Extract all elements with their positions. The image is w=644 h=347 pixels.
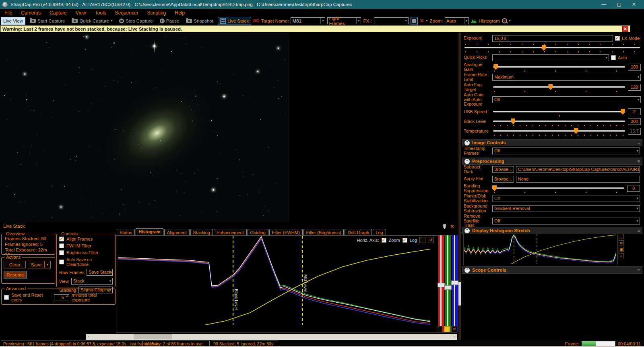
collapse-chevron-icon[interactable]: ⌃ [464, 228, 470, 233]
save-stretch-button[interactable]: ▣ [619, 247, 624, 252]
tab-drift-graph[interactable]: Drift Graph [345, 229, 372, 236]
slider-thumb[interactable] [493, 64, 498, 70]
collapse-chevron-icon[interactable]: ⌃ [464, 159, 470, 164]
tab-stacking[interactable]: Stacking [190, 229, 213, 236]
pause-button[interactable]: Pause [157, 17, 182, 25]
slider-thumb[interactable] [511, 118, 515, 125]
section-menu-icon[interactable]: ≡ [638, 268, 640, 272]
pin-icon[interactable] [442, 224, 446, 229]
magnifier-icon[interactable] [502, 18, 507, 23]
maximize-button[interactable]: ▢ [617, 2, 621, 7]
frame-rate-limit-dropdown[interactable]: Maximum [492, 74, 641, 81]
minimize-button[interactable]: — [602, 2, 607, 7]
tab-status[interactable]: Status [117, 229, 135, 236]
slider-thumb[interactable] [548, 84, 553, 90]
display-histogram-stretch-header[interactable]: ⌃ Display Histogram Stretch ≡ [462, 227, 642, 234]
clear-button[interactable]: Clear [4, 261, 26, 268]
scroll-right-arrow[interactable]: › [451, 334, 457, 340]
scrollbar-thumb[interactable] [134, 334, 172, 339]
save-options-chevron[interactable]: ▾ [44, 261, 51, 268]
tab-alignment[interactable]: Alignment [164, 229, 190, 236]
auto-exp-target-value[interactable]: 120 [628, 84, 641, 91]
auto-exposure-checkbox[interactable] [611, 55, 616, 60]
tab-filter-brightness[interactable]: Filter (Brightness) [303, 229, 344, 236]
menu-help[interactable]: Help [170, 10, 189, 16]
apply-stretch-button[interactable] [444, 326, 450, 332]
menu-file[interactable]: File [0, 10, 17, 16]
quick-capture-button[interactable]: Quick Capture▾ [69, 17, 115, 25]
zoom-combo[interactable]: Auto▾ [445, 17, 469, 24]
snapshot-button[interactable]: Snapshot [184, 17, 216, 25]
collapse-chevron-icon[interactable]: ⌃ [464, 268, 470, 273]
save-reset-checkbox[interactable] [4, 295, 9, 300]
preprocessing-header[interactable]: ⌃ Preprocessing ≡ [462, 158, 642, 165]
exposure-field[interactable]: 15,0 s [492, 35, 613, 42]
scrollbar-thumb[interactable] [458, 282, 461, 305]
tab-enhancement[interactable]: Enhancement [214, 229, 247, 236]
right-panel-scrollbar[interactable] [458, 34, 461, 340]
section-menu-icon[interactable]: ≡ [638, 159, 640, 164]
auto-exp-target-slider[interactable] [492, 83, 626, 92]
black-level-value[interactable]: 300 [628, 118, 641, 125]
subtract-dark-path[interactable]: C:\Users\Jerome\Desktop\SharpCap Capture… [516, 166, 640, 173]
panel-close-icon[interactable]: ✕ [450, 224, 454, 229]
view-dropdown[interactable]: Stack [71, 278, 113, 285]
menu-tools[interactable]: Tools [91, 10, 111, 16]
tab-guiding[interactable]: Guiding [248, 229, 268, 236]
blue-level-slider[interactable] [452, 235, 458, 332]
fx-combo[interactable]: ▾ [374, 17, 409, 24]
frame-type-combo[interactable]: Light Frames▾ [327, 17, 361, 24]
apply-flat-path[interactable]: None [516, 176, 640, 183]
slider-thumb[interactable] [542, 45, 546, 51]
save-reset-minutes-stepper[interactable]: 5 [54, 294, 69, 301]
analogue-gain-slider[interactable] [492, 63, 626, 72]
resume-button[interactable]: Resume [4, 271, 27, 278]
live-view-button[interactable]: Live View [1, 17, 25, 25]
slider-thumb[interactable] [492, 185, 497, 191]
banding-suppression-slider[interactable] [492, 184, 625, 193]
collapse-chevron-icon[interactable]: ⌃ [464, 140, 470, 145]
subtract-dark-browse-button[interactable]: Browse... [492, 166, 514, 173]
target-name-combo[interactable]: M81▾ [291, 17, 325, 24]
auto-save-checkbox[interactable] [59, 260, 64, 264]
stop-capture-button[interactable]: Stop Capture [117, 17, 155, 25]
usb-speed-slider[interactable] [492, 108, 626, 116]
tab-filter-fwhm[interactable]: Filter (FWHM) [269, 229, 303, 236]
selection-area-button[interactable] [411, 17, 418, 25]
usb-speed-value[interactable]: 2 [628, 108, 641, 115]
chevron-down-icon[interactable]: ▾ [509, 19, 511, 23]
blue-level-handle[interactable] [451, 281, 458, 285]
scroll-left-arrow[interactable]: ‹ [86, 334, 92, 340]
histogram-plot[interactable]: Black Level Mid Level [118, 236, 430, 325]
auto-stretch-button[interactable] [437, 326, 443, 332]
lx-mode-checkbox[interactable] [615, 36, 620, 41]
night-mode-icon[interactable]: ◐ [619, 253, 624, 258]
menu-sequencer[interactable]: Sequencer [111, 10, 143, 16]
green-level-slider[interactable] [445, 235, 451, 332]
tab-log[interactable]: Log [373, 229, 386, 236]
timestamp-frames-dropdown[interactable]: Off [492, 148, 640, 154]
tab-histogram[interactable]: Histogram [136, 228, 163, 236]
fwhm-filter-checkbox[interactable] [59, 243, 64, 248]
scope-controls-header[interactable]: ⌃ Scope Controls ≡ [462, 266, 642, 274]
bottom-horizontal-scrollbar[interactable]: ‹ › [86, 334, 457, 340]
brightness-filter-checkbox[interactable] [59, 250, 64, 255]
section-menu-icon[interactable]: ≡ [638, 228, 640, 233]
analogue-gain-value[interactable]: 100 [628, 64, 641, 71]
background-subtraction-dropdown[interactable]: Gradient Removal [492, 205, 640, 212]
auto-stretch-button[interactable] [619, 234, 624, 239]
clear-selection-icon[interactable]: ✕ [420, 18, 424, 24]
raw-frames-dropdown[interactable]: Save Stacked [87, 269, 113, 276]
menu-cameras[interactable]: Cameras [17, 10, 45, 16]
red-level-handle[interactable] [438, 283, 445, 287]
green-level-handle[interactable] [444, 285, 452, 290]
menu-capture[interactable]: Capture [45, 10, 71, 16]
apply-flat-browse-button[interactable]: Browse... [492, 176, 514, 183]
image-display-area[interactable] [0, 33, 457, 222]
start-capture-button[interactable]: Start Capture [27, 17, 67, 25]
reset-stretch-button[interactable]: ↺ [619, 240, 624, 245]
slider-thumb[interactable] [621, 109, 625, 115]
menu-view[interactable]: View [71, 10, 91, 16]
reset-levels-button[interactable]: ↺ [451, 326, 457, 332]
auto-gain-dropdown[interactable]: Off [492, 96, 641, 103]
